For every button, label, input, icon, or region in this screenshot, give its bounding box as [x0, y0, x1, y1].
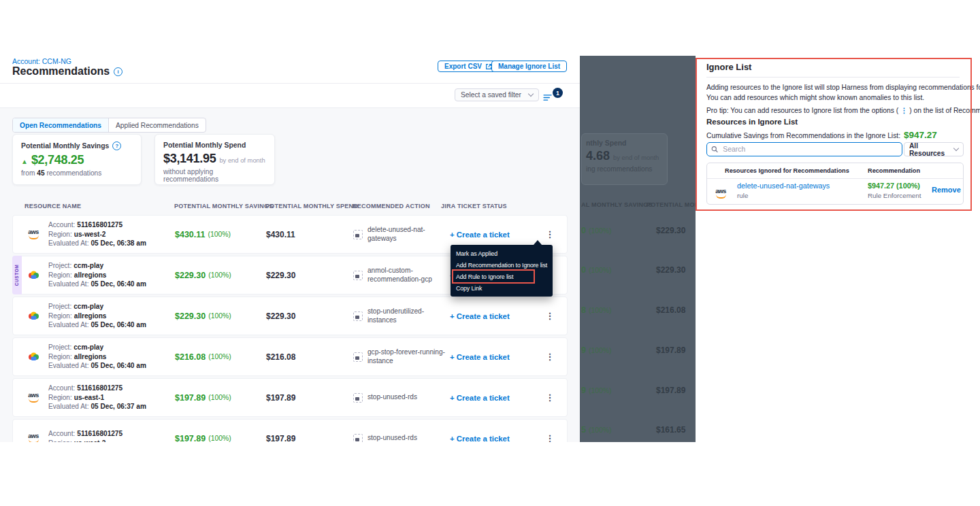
recommended-action-cell: gcp-stop-forever-running-instance	[353, 338, 450, 375]
savings-cell: $216.08(100%)	[175, 338, 231, 375]
breadcrumb[interactable]: Account: CCM-NG	[12, 57, 71, 65]
info-icon[interactable]: i	[114, 67, 122, 76]
saved-filter-value: Select a saved filter	[461, 91, 521, 99]
header-divider	[0, 83, 580, 84]
rule-icon	[353, 311, 363, 321]
recommended-action-cell: stop-unused-rds	[353, 379, 450, 416]
table-row: Project:ccm-play Region:allregions Evalu…	[12, 297, 568, 335]
table-row: aws Account:511616801275 Region:us-west-…	[12, 419, 568, 442]
dimmed-row: 8(100%)$216.08	[580, 305, 696, 316]
dimmed-row: 0(100%)$229.30	[580, 226, 696, 237]
savings-cell: $197.89(100%)	[175, 379, 231, 416]
resource-details: Account:511616801275 Region:us-west-2 Ev…	[48, 216, 146, 253]
potential-monthly-spend-card: Potential Monthly Spend $3,141.95 by end…	[154, 134, 275, 185]
rule-icon	[353, 271, 363, 280]
rule-icon	[353, 393, 363, 403]
rule-icon	[353, 434, 363, 443]
chevron-down-icon	[528, 91, 534, 97]
page-title: Recommendations i	[12, 65, 122, 78]
menu-item-add-recommendation-to-ignore-list[interactable]: Add Recommendation to Ignore list	[451, 259, 553, 271]
dimmed-col-header: AL MONTHLY SAVINGS	[581, 201, 653, 208]
savings-cell: $229.30(100%)	[175, 256, 231, 294]
page-title-text: Recommendations	[12, 65, 110, 78]
ignored-resource-type: rule	[737, 192, 748, 199]
ignored-resource-link[interactable]: delete-unused-nat-gateways	[737, 182, 830, 190]
spend-cell: $197.89	[266, 379, 295, 416]
manage-ignore-list-button[interactable]: Manage Ignore List	[491, 61, 567, 72]
row-options-kebab-icon[interactable]: ⋮	[544, 379, 556, 416]
table-row: aws Account:511616801275 Region:us-east-…	[12, 378, 568, 417]
spend-cell: $216.08	[266, 338, 295, 375]
export-csv-button[interactable]: Export CSV	[438, 61, 499, 72]
ignore-list-description: Adding resources to the Ignore list will…	[706, 83, 980, 103]
menu-item-mark-as-applied[interactable]: Mark as Applied	[451, 248, 553, 259]
dimmed-row: 9(100%)$197.89	[580, 345, 696, 356]
row-context-menu: Mark as Applied Add Recommendation to Ig…	[451, 245, 553, 297]
create-ticket-link[interactable]: + Create a ticket	[450, 297, 510, 335]
tab-applied-recommendations[interactable]: Applied Recommendations	[109, 118, 206, 132]
row-options-kebab-icon[interactable]: ⋮	[544, 338, 556, 375]
search-input[interactable]	[721, 145, 898, 154]
saved-filter-select[interactable]: Select a saved filter	[455, 88, 539, 101]
recommendations-page: Account: CCM-NG Recommendations i Export…	[0, 54, 580, 442]
recommended-action-cell: stop-underutilized-instances	[353, 297, 450, 335]
recommendations-tabs: Open Recommendations Applied Recommendat…	[12, 118, 206, 133]
gcp-icon	[25, 297, 42, 335]
resource-details: Account:511616801275 Region:us-west-2	[48, 420, 122, 442]
kebab-icon: ⋮	[900, 107, 907, 114]
ignore-table-divider	[707, 178, 963, 179]
spend-card-title: Potential Monthly Spend	[163, 141, 246, 149]
resource-details: Project:ccm-play Region:allregions Evalu…	[48, 256, 146, 294]
remove-button[interactable]: Remove	[932, 186, 961, 194]
savings-subtext: from 45 recommendations	[21, 169, 133, 177]
menu-item-add-rule-to-ignore-list[interactable]: Add Rule to Ignore list	[451, 271, 553, 282]
savings-card-title: Potential Monthly Savings	[21, 142, 109, 150]
recommended-action-cell: delete-unused-nat-gateways	[353, 216, 450, 253]
row-options-kebab-icon[interactable]: ⋮	[544, 420, 556, 442]
spend-cell: $229.30	[266, 297, 295, 335]
rule-icon	[353, 230, 363, 239]
aws-icon: aws	[25, 420, 42, 442]
screenshot-canvas: Account: CCM-NG Recommendations i Export…	[0, 0, 980, 506]
cumulative-savings-line: Cumulative Savings from Recommendations …	[706, 130, 937, 140]
aws-icon: aws	[25, 379, 42, 416]
ignore-col-header-resources: Resources Ignored for Recommendations	[725, 163, 849, 178]
create-ticket-link[interactable]: + Create a ticket	[450, 379, 510, 416]
filter-icon[interactable]	[543, 92, 553, 104]
col-header-action: RECOMMENDED ACTION	[353, 203, 430, 209]
cumulative-savings-value: $947.27	[904, 130, 937, 140]
ignore-list-title: Ignore List	[706, 62, 751, 72]
row-options-kebab-icon[interactable]: ⋮	[544, 297, 556, 335]
resource-type-value: All Resources	[909, 142, 954, 157]
context-menu-caret	[534, 240, 542, 245]
spend-value: $3,141.95	[163, 152, 216, 166]
aws-icon: aws	[25, 216, 42, 253]
dimmed-page-overlay: nthly Spend 4.68 by end of month ing rec…	[580, 56, 696, 442]
savings-up-icon: ▲	[21, 158, 28, 165]
ignore-list-pro-tip: Pro tip: You can add resources to Ignore…	[706, 106, 980, 114]
create-ticket-link[interactable]: + Create a ticket	[450, 338, 510, 375]
ignored-savings-source: Rule Enforcement	[868, 192, 921, 199]
menu-item-copy-link[interactable]: Copy Link	[451, 282, 553, 294]
custom-tag: CUSTOM	[12, 256, 22, 294]
dimmed-row: 0(100%)$229.30	[580, 265, 696, 276]
resource-type-select[interactable]: All Resources	[904, 142, 964, 156]
savings-cell: $229.30(100%)	[175, 297, 231, 335]
export-csv-label: Export CSV	[444, 63, 482, 70]
chevron-down-icon	[953, 146, 959, 151]
recommended-action-cell: anmol-custom-recommendation-gcp	[353, 256, 450, 294]
dimmed-spend-card: nthly Spend 4.68 by end of month ing rec…	[581, 133, 668, 185]
savings-value: $2,748.25	[31, 153, 84, 167]
ignore-list-search[interactable]	[706, 142, 902, 156]
aws-icon: aws	[713, 184, 728, 199]
ignore-list-table: Resources Ignored for Recommendations Re…	[706, 163, 964, 205]
help-icon[interactable]: ?	[112, 141, 121, 150]
col-header-spend: POTENTIAL MONTHLY SPEND	[265, 203, 358, 209]
tab-open-recommendations[interactable]: Open Recommendations	[13, 118, 109, 132]
dimmed-row: 9(100%)$197.89	[580, 386, 696, 397]
create-ticket-link[interactable]: + Create a ticket	[450, 420, 510, 442]
ignore-list-drawer: Ignore List Adding resources to the Igno…	[696, 56, 980, 442]
col-header-savings: POTENTIAL MONTHLY SAVINGS	[174, 203, 273, 209]
gcp-icon	[25, 338, 42, 375]
ignore-list-divider	[706, 77, 960, 78]
